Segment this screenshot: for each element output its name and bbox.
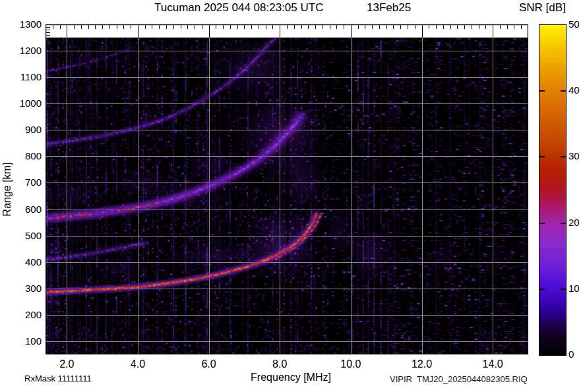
colorbar-tick-label: 10 bbox=[568, 283, 583, 294]
colorbar-tick-label: 20 bbox=[568, 217, 583, 229]
x-tick-label: 4.0 bbox=[125, 358, 151, 370]
y-tick-label: 500 bbox=[7, 230, 42, 242]
colorbar-tick bbox=[539, 156, 545, 157]
x-tick-label: 8.0 bbox=[266, 358, 293, 370]
colorbar bbox=[539, 24, 567, 356]
y-tick-label: 900 bbox=[7, 124, 42, 136]
colorbar-tick-label: 40 bbox=[568, 84, 583, 96]
colorbar-title: SNR [dB] bbox=[519, 2, 566, 14]
x-tick-label: 10.0 bbox=[338, 358, 364, 370]
colorbar-tick-label: 50 bbox=[568, 18, 583, 30]
x-tick-label: 6.0 bbox=[196, 358, 222, 370]
x-tick-label: 12.0 bbox=[409, 358, 435, 370]
y-tick-label: 600 bbox=[7, 204, 42, 215]
colorbar-tick bbox=[539, 223, 545, 224]
ionogram-screen: Tucuman 2025 044 08:23:05 UTC 13Feb25 SN… bbox=[0, 0, 583, 392]
y-tick-label: 400 bbox=[7, 256, 42, 268]
x-tick-label: 14.0 bbox=[479, 358, 506, 370]
y-tick-label: 1200 bbox=[7, 45, 42, 57]
x-tick-label: 2.0 bbox=[53, 358, 80, 370]
y-tick-label: 800 bbox=[7, 150, 42, 162]
colorbar-tick bbox=[539, 289, 545, 290]
rx-mask-label: RxMask 11111111 bbox=[24, 374, 92, 383]
colorbar-tick bbox=[561, 90, 566, 92]
colorbar-tick bbox=[561, 289, 566, 290]
y-tick-label: 200 bbox=[7, 309, 42, 321]
file-id-label: VIPIR TMJ20_2025044082305.RIQ bbox=[390, 375, 528, 384]
colorbar-tick bbox=[539, 90, 545, 92]
date-label: 13Feb25 bbox=[367, 2, 411, 14]
y-tick-label: 300 bbox=[7, 283, 42, 294]
ionogram-raster bbox=[46, 24, 528, 354]
y-tick-label: 100 bbox=[7, 335, 42, 347]
y-tick-label: 1100 bbox=[7, 71, 42, 83]
y-tick-label: 1300 bbox=[7, 18, 42, 30]
colorbar-tick-label: 0 bbox=[568, 349, 583, 360]
x-axis-title: Frequency [MHz] bbox=[239, 372, 342, 383]
y-tick-label: 1000 bbox=[7, 98, 42, 109]
colorbar-tick bbox=[561, 223, 566, 224]
colorbar-tick-label: 30 bbox=[568, 150, 583, 162]
y-tick-label: 700 bbox=[7, 177, 42, 188]
colorbar-tick bbox=[561, 156, 566, 157]
page-title: Tucuman 2025 044 08:23:05 UTC bbox=[154, 2, 323, 14]
